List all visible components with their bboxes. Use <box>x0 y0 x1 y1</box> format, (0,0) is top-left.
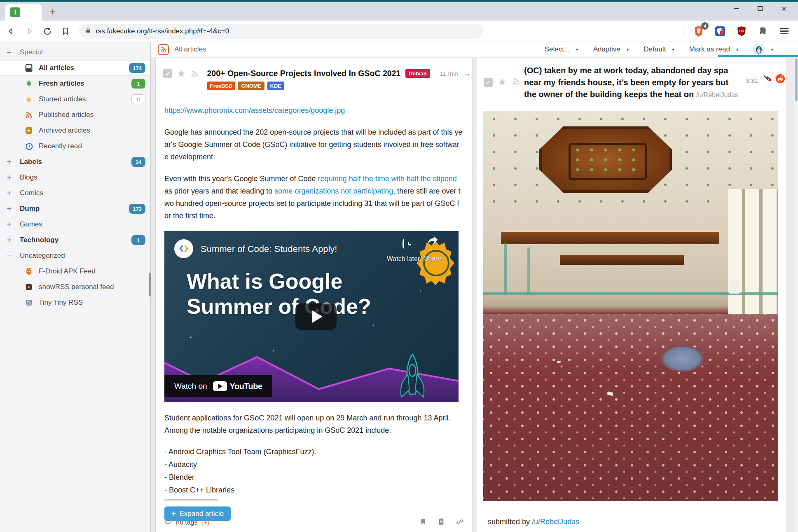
sidebar-item-recently-read[interactable]: Recently read <box>0 138 150 154</box>
password-manager-icon[interactable] <box>714 25 726 37</box>
window-accent-bar <box>0 0 798 2</box>
headlines-icon <box>24 63 34 73</box>
browser-menu-icon[interactable] <box>778 25 791 37</box>
watch-on-youtube-button[interactable]: Watch on YouTube <box>164 375 272 397</box>
back-button[interactable] <box>4 24 18 38</box>
sort-order-dropdown[interactable]: Default ▾ <box>644 45 674 54</box>
window-controls: ✕ <box>730 2 794 16</box>
open-original-icon[interactable]: → <box>463 69 471 78</box>
feed-origin-icon[interactable] <box>190 70 199 80</box>
avatar <box>753 44 765 55</box>
expand-icon[interactable]: + <box>6 157 12 167</box>
maximize-button[interactable] <box>754 3 766 14</box>
article-image-link[interactable]: https://www.phoronix.com/assets/categori… <box>164 106 345 114</box>
submitted-row: submitted by /u/RebelJudas <box>488 518 579 526</box>
ublock-icon[interactable]: UO <box>735 25 748 37</box>
close-button[interactable]: ✕ <box>778 3 790 14</box>
sidebar-item-fresh-articles[interactable]: Fresh articles 1 <box>0 76 150 91</box>
scrollbar[interactable] <box>794 57 798 532</box>
no-tags-label: no tags <box>176 519 197 526</box>
select-dropdown[interactable]: Select... ▾ <box>545 45 578 54</box>
star-toggle-icon[interactable]: ★ <box>177 69 186 79</box>
sidebar-feed-ttrss[interactable]: Tiny Tiny RSS <box>0 295 150 310</box>
mark-as-read-button[interactable]: Mark as read ▾ <box>689 45 739 54</box>
add-tag-link[interactable]: (+) <box>201 519 209 526</box>
sidebar-item-all-articles[interactable]: All articles 174 <box>0 60 150 76</box>
article-checkbox[interactable]: ✓ <box>163 69 172 78</box>
article-age: 3:31 <box>746 77 758 84</box>
browser-tab-strip: 1 + ✕ <box>0 0 798 21</box>
svg-text:UO: UO <box>739 29 744 32</box>
channel-avatar[interactable] <box>174 239 193 258</box>
play-button[interactable] <box>295 303 337 330</box>
score-arrow-icon <box>763 75 774 85</box>
sidebar-category-uncategorized[interactable]: − Uncategorized <box>0 248 150 264</box>
scrollbar-thumb[interactable] <box>795 58 798 101</box>
inline-link[interactable]: some organizations not participating <box>274 187 393 195</box>
feed-favicon <box>24 282 34 292</box>
expand-icon[interactable]: + <box>6 189 12 198</box>
minimize-button[interactable] <box>730 3 742 14</box>
article-checkbox[interactable]: ✓ <box>484 78 493 87</box>
article-card-reddit: ✓ ★ (OC) taken by me at work today, aban… <box>477 58 786 532</box>
flame-icon <box>24 79 34 89</box>
browser-navbar: rss.fakecake.org/tt-rss/index.php#f=-4&c… <box>0 21 798 42</box>
sidebar-category-technology[interactable]: + Technology 1 <box>0 232 150 248</box>
sidebar-category-special[interactable]: − Special <box>0 44 150 60</box>
profile-menu[interactable]: ▾ <box>753 44 773 55</box>
article-header: ✓ ★ 200+ Open-Source Projects Involved I… <box>163 68 466 90</box>
expand-icon[interactable]: + <box>6 204 12 214</box>
expand-icon[interactable]: + <box>6 236 12 245</box>
sidebar-splitter-handle[interactable] <box>149 273 151 296</box>
feed-rss-icon <box>158 44 169 55</box>
inline-link[interactable]: requiring half the time with half the st… <box>318 175 457 183</box>
sidebar-category-blogs[interactable]: + Blogs <box>0 170 150 185</box>
brave-shield-icon[interactable]: 4 <box>693 25 705 37</box>
sidebar-category-games[interactable]: + Games <box>0 217 150 232</box>
chevron-down-icon: ▾ <box>771 47 773 52</box>
sidebar-category-dump[interactable]: + Dump 173 <box>0 201 150 217</box>
view-mode-dropdown[interactable]: Adaptive ▾ <box>593 45 629 54</box>
submitter-link[interactable]: /u/RebelJudas <box>532 518 579 526</box>
browser-tab[interactable]: 1 <box>5 4 42 21</box>
bookmark-button[interactable] <box>59 24 73 38</box>
sidebar-item-starred-articles[interactable]: ★ Starred articles 11 <box>0 91 150 107</box>
extensions-puzzle-icon[interactable] <box>757 25 769 37</box>
article-author: /u/RebelJudas <box>696 91 738 98</box>
video-title[interactable]: Summer of Code: Students Apply! <box>201 243 337 255</box>
star-toggle-icon[interactable]: ★ <box>498 77 507 87</box>
forward-button[interactable] <box>22 24 36 38</box>
share-button[interactable]: Share <box>415 235 450 265</box>
article-title[interactable]: 200+ Open-Source Projects Involved In GS… <box>207 69 401 78</box>
expand-icon[interactable]: + <box>6 220 12 229</box>
reload-button[interactable] <box>40 24 54 38</box>
unread-counter: 14 <box>131 157 145 167</box>
sidebar-item-archived-articles[interactable]: Archived articles <box>0 123 150 138</box>
lock-icon <box>85 27 91 35</box>
collapse-icon[interactable]: − <box>6 48 12 57</box>
address-bar[interactable]: rss.fakecake.org/tt-rss/index.php#f=-4&c… <box>79 24 483 39</box>
carpet-circle-inlay <box>660 345 704 372</box>
publish-bookmark-icon[interactable] <box>419 518 427 527</box>
active-card-indicator <box>718 55 798 57</box>
sidebar-feed-showrss[interactable]: showRSS personal feed <box>0 279 150 295</box>
label-badge: GNOME <box>238 82 264 90</box>
sidebar-category-labels[interactable]: + Labels 14 <box>0 154 150 170</box>
collapse-icon[interactable]: − <box>6 251 12 261</box>
article-title[interactable]: (OC) taken by me at work today, abandone… <box>524 65 742 101</box>
share-link-icon[interactable] <box>456 518 464 527</box>
youtube-embed[interactable]: Summer of Code: Students Apply! Watch la… <box>164 231 459 402</box>
feed-favicon <box>24 298 34 308</box>
new-tab-button[interactable]: + <box>46 5 59 18</box>
article-header-icons: ✓ ★ <box>484 75 521 88</box>
unread-counter: 1 <box>131 235 145 245</box>
sidebar-feed-fdroid[interactable]: F-Droid APK Feed <box>0 264 150 279</box>
youtube-play-icon <box>213 381 227 391</box>
expand-icon[interactable]: + <box>6 173 12 182</box>
paragraph: Even with this year's Google Summer of C… <box>164 173 463 222</box>
article-image[interactable] <box>483 111 778 501</box>
sidebar-item-published-articles[interactable]: Published articles <box>0 107 150 123</box>
edit-note-icon[interactable] <box>438 518 445 527</box>
feed-origin-icon[interactable] <box>512 77 521 88</box>
sidebar-category-comics[interactable]: + Comics <box>0 185 150 201</box>
